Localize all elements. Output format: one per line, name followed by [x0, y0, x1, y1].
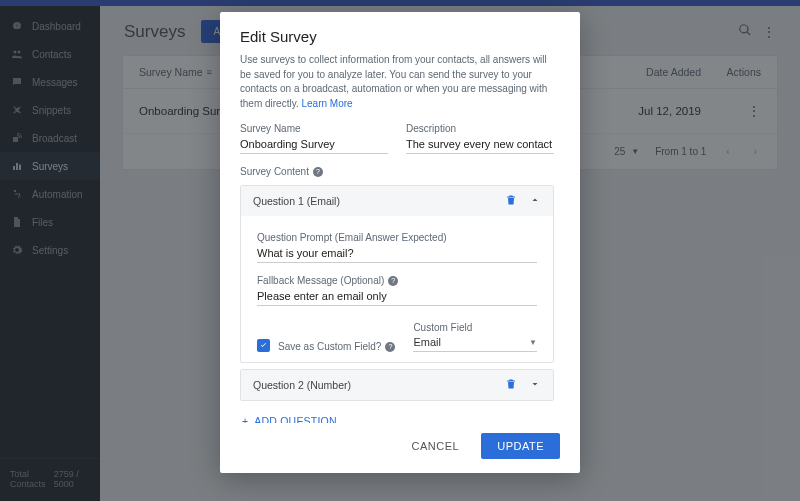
fallback-label: Fallback Message (Optional) ? [257, 275, 537, 286]
custom-field-select[interactable]: Email ▼ [413, 333, 537, 352]
question-prompt-label: Question Prompt (Email Answer Expected) [257, 232, 537, 243]
delete-question-button[interactable] [505, 378, 517, 392]
survey-content-label: Survey Content ? [240, 166, 554, 177]
description-label: Description [406, 123, 554, 134]
help-icon[interactable]: ? [388, 276, 398, 286]
question-prompt-input[interactable] [257, 243, 537, 263]
plus-icon: + [242, 415, 248, 423]
edit-survey-modal: Edit Survey Use surveys to collect infor… [220, 12, 580, 473]
survey-name-label: Survey Name [240, 123, 388, 134]
question-header[interactable]: Question 2 (Number) [241, 370, 553, 400]
description-input[interactable] [406, 134, 554, 154]
survey-name-input[interactable] [240, 134, 388, 154]
question-header[interactable]: Question 1 (Email) [241, 186, 553, 216]
chevron-down-icon: ▼ [529, 338, 537, 347]
save-custom-field-label: Save as Custom Field? ? [278, 341, 395, 352]
question-1: Question 1 (Email) Question Prompt (Emai… [240, 185, 554, 363]
add-question-button[interactable]: + ADD QUESTION [240, 407, 339, 423]
update-button[interactable]: UPDATE [481, 433, 560, 459]
help-icon[interactable]: ? [313, 167, 323, 177]
question-2: Question 2 (Number) [240, 369, 554, 401]
question-title: Question 2 (Number) [253, 379, 351, 391]
learn-more-link[interactable]: Learn More [302, 98, 353, 109]
modal-title: Edit Survey [240, 28, 560, 45]
save-custom-field-checkbox[interactable] [257, 339, 270, 352]
custom-field-label: Custom Field [413, 322, 537, 333]
chevron-up-icon[interactable] [529, 194, 541, 208]
help-icon[interactable]: ? [385, 342, 395, 352]
delete-question-button[interactable] [505, 194, 517, 208]
modal-intro: Use surveys to collect information from … [240, 53, 554, 111]
cancel-button[interactable]: CANCEL [402, 433, 470, 459]
modal-overlay[interactable]: Edit Survey Use surveys to collect infor… [0, 0, 800, 501]
chevron-down-icon[interactable] [529, 378, 541, 392]
question-title: Question 1 (Email) [253, 195, 340, 207]
fallback-input[interactable] [257, 286, 537, 306]
